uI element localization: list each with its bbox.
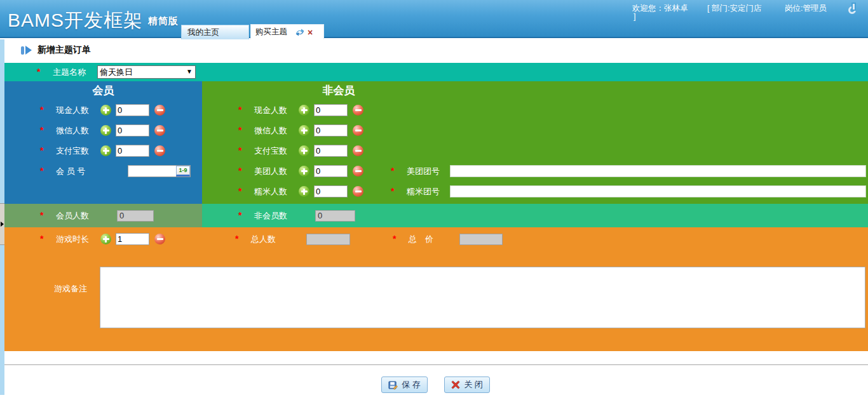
save-button[interactable]: 保 存 (381, 377, 428, 393)
required-asterisk: * (40, 124, 48, 137)
close-button-label: 关 闭 (464, 379, 483, 390)
nonmember-wechat-label: 微信人数 (254, 125, 294, 137)
theme-name-label: 主题名称 (53, 67, 92, 78)
member-wechat-label: 微信人数 (56, 125, 95, 137)
close-x-icon (451, 380, 460, 389)
member-card-row: * 会 员 号 1-9 (40, 164, 191, 178)
increment-icon[interactable] (299, 125, 309, 136)
app-title: BAMS开发框架精简版 (8, 8, 179, 34)
required-asterisk: * (391, 185, 398, 198)
close-button[interactable]: 关 闭 (444, 377, 490, 393)
save-disk-icon (388, 380, 398, 390)
nonmember-meituan-row: * 美团人数 (238, 164, 363, 178)
footer-separator (4, 364, 868, 365)
expand-arrow-icon (1, 222, 4, 227)
tab-buy-theme[interactable]: 购买主题 × (250, 24, 324, 39)
required-asterisk: * (238, 103, 246, 117)
power-logout-icon[interactable] (846, 3, 862, 18)
member-alipay-input[interactable] (116, 145, 149, 157)
required-asterisk: * (235, 232, 243, 246)
decrement-icon[interactable] (154, 234, 165, 244)
increment-icon[interactable] (299, 145, 309, 156)
page-title: 新增主题订单 (37, 44, 91, 56)
total-people-row: * 总人数 (235, 232, 350, 246)
increment-icon[interactable] (100, 234, 111, 244)
required-asterisk: * (238, 144, 246, 157)
member-total-input (117, 210, 154, 222)
theme-select[interactable]: 偷天换日 (97, 65, 196, 79)
decrement-icon[interactable] (353, 186, 363, 197)
meituan-group-input[interactable] (450, 165, 866, 177)
form-title-row: 新增主题订单 (21, 44, 91, 56)
nonmember-cash-row: * 现金人数 (238, 103, 363, 117)
tab-my-homepage[interactable]: 我的主页 (181, 25, 249, 39)
refresh-tab-icon[interactable] (295, 29, 305, 36)
welcome-text: 欢迎您：张林卓 (632, 3, 688, 14)
required-asterisk: * (40, 144, 48, 157)
nonmember-wechat-input[interactable] (314, 124, 348, 137)
member-total-row: * 会员人数 (40, 209, 154, 222)
app-subtitle: 精简版 (148, 15, 179, 26)
total-people-input (306, 234, 350, 245)
game-duration-row: * 游戏时长 (40, 232, 165, 246)
nonmember-meituan-input[interactable] (314, 165, 348, 177)
nonmember-alipay-label: 支付宝数 (254, 145, 294, 157)
decrement-icon[interactable] (353, 166, 363, 177)
increment-icon[interactable] (100, 145, 111, 156)
increment-icon[interactable] (100, 125, 111, 136)
required-asterisk: * (238, 164, 246, 178)
meituan-group-row: * 美团团号 (391, 164, 866, 178)
decrement-icon[interactable] (353, 105, 363, 116)
nuomi-group-row: * 糯米团号 (391, 185, 866, 198)
member-alipay-label: 支付宝数 (56, 145, 95, 157)
required-asterisk: * (40, 209, 48, 222)
increment-icon[interactable] (100, 105, 111, 116)
member-alipay-row: * 支付宝数 (40, 144, 165, 157)
tab-bar: 我的主页 购买主题 × (181, 24, 324, 39)
nonmember-total-row: * 非会员数 (238, 209, 355, 222)
member-cash-input[interactable] (116, 104, 149, 116)
increment-icon[interactable] (299, 166, 309, 177)
nonmember-alipay-input[interactable] (314, 145, 348, 157)
nuomi-group-input[interactable] (450, 185, 866, 197)
decrement-icon[interactable] (353, 125, 363, 136)
increment-icon[interactable] (299, 105, 309, 116)
game-duration-input[interactable] (116, 233, 149, 245)
nonmember-panel: 非会员 * 现金人数 * 微信人数 * 支付宝数 * 美团人数 * 糯米人数 * (202, 81, 868, 204)
decrement-icon[interactable] (154, 125, 165, 136)
total-price-row: * 总 价 (393, 232, 503, 246)
member-panel-title: 会员 (4, 83, 202, 98)
nonmember-cash-label: 现金人数 (254, 105, 294, 116)
nonmember-meituan-label: 美团人数 (254, 166, 294, 177)
nonmember-total-input (315, 210, 355, 222)
department-text-bracket: ] (634, 12, 635, 21)
required-asterisk: * (238, 209, 246, 222)
close-tab-icon[interactable]: × (308, 29, 313, 36)
nonmember-alipay-row: * 支付宝数 (238, 144, 363, 157)
member-card-label: 会 员 号 (56, 166, 123, 177)
app-window: { "glyphs": { "asterisk": "*", "select_a… (0, 0, 868, 400)
required-asterisk: * (40, 103, 48, 117)
member-wechat-input[interactable] (116, 124, 149, 137)
game-duration-label: 游戏时长 (56, 234, 95, 245)
game-panel: * 游戏时长 * 总人数 * 总 价 游戏备注 (4, 227, 868, 351)
nonmember-cash-input[interactable] (314, 104, 348, 116)
decrement-icon[interactable] (154, 145, 165, 156)
nonmember-nuomi-input[interactable] (314, 185, 348, 197)
position-text: 岗位:管理员 (785, 3, 827, 14)
required-asterisk: * (40, 164, 48, 178)
nonmember-total-label: 非会员数 (254, 210, 310, 222)
department-text: [ 部门:安定门店 (707, 3, 761, 14)
member-total-label: 会员人数 (56, 210, 112, 222)
increment-icon[interactable] (299, 186, 309, 197)
required-asterisk: * (37, 65, 44, 79)
nonmember-nuomi-row: * 糯米人数 (238, 185, 363, 198)
sidebar-expander[interactable] (0, 203, 4, 245)
member-wechat-row: * 微信人数 (40, 124, 165, 137)
decrement-icon[interactable] (154, 105, 165, 116)
nonmember-wechat-row: * 微信人数 (238, 124, 363, 137)
numeric-keypad-button[interactable]: 1-9 (176, 166, 190, 177)
decrement-icon[interactable] (353, 145, 363, 156)
nonmember-summary-band: * 非会员数 (202, 204, 868, 227)
game-notes-textarea[interactable] (100, 267, 865, 328)
